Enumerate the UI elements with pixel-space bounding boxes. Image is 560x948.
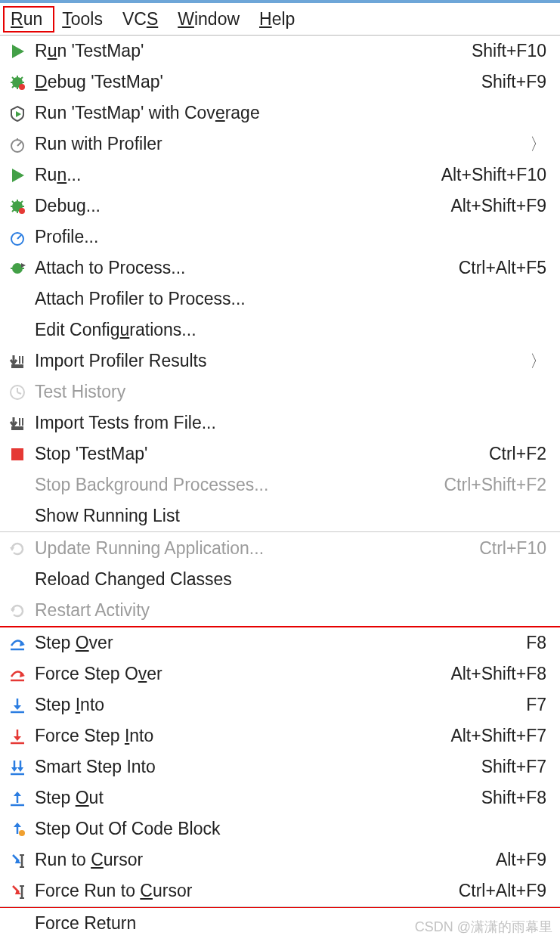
menu-item-shortcut: Alt+F9 bbox=[496, 850, 546, 870]
menu-item-debug-testmap[interactable]: Debug 'TestMap'Shift+F9 bbox=[0, 67, 560, 98]
menu-item-label: Attach Profiler to Process... bbox=[35, 289, 546, 309]
menu-item-label: Run to Cursor bbox=[35, 850, 496, 870]
menu-item-label: Step Into bbox=[35, 695, 526, 715]
run-icon bbox=[0, 167, 35, 184]
menu-item-label: Attach to Process... bbox=[35, 258, 459, 278]
menu-item-shortcut: Alt+Shift+F8 bbox=[450, 664, 546, 684]
menu-item-update-running-application: Update Running Application...Ctrl+F10 bbox=[0, 533, 560, 564]
step-out-block-icon bbox=[0, 821, 35, 838]
menu-item-stop-background-processes: Stop Background Processes...Ctrl+Shift+F… bbox=[0, 469, 560, 500]
menu-item-edit-configurations[interactable]: Edit Configurations... bbox=[0, 314, 560, 345]
menu-item-reload-changed-classes[interactable]: Reload Changed Classes bbox=[0, 564, 560, 595]
app-window: RunToolsVCSWindowHelp Run 'TestMap'Shift… bbox=[0, 0, 560, 939]
menu-item-shortcut: Ctrl+Alt+F9 bbox=[459, 881, 546, 901]
force-step-over-icon bbox=[0, 666, 35, 683]
menu-item-label: Run 'TestMap' with Coverage bbox=[35, 103, 546, 123]
menu-item-force-step-over[interactable]: Force Step OverAlt+Shift+F8 bbox=[0, 658, 560, 689]
menu-item-label: Force Step Over bbox=[35, 664, 450, 684]
menu-item-label: Import Profiler Results bbox=[35, 351, 525, 371]
menu-item-shortcut: Shift+F8 bbox=[481, 788, 546, 808]
menubar-item-tools[interactable]: Tools bbox=[54, 6, 115, 33]
menu-item-label: Step Out Of Code Block bbox=[35, 819, 546, 839]
menubar-item-window[interactable]: Window bbox=[170, 6, 252, 33]
menu-item-smart-step-into[interactable]: Smart Step IntoShift+F7 bbox=[0, 751, 560, 782]
menu-item-label: Stop 'TestMap' bbox=[35, 444, 489, 464]
menu-item-label: Debug 'TestMap' bbox=[35, 72, 481, 92]
menu-item-profile[interactable]: Profile... bbox=[0, 222, 560, 252]
debug-icon bbox=[0, 198, 35, 215]
profiler2-icon bbox=[0, 229, 35, 246]
clock-icon bbox=[0, 384, 35, 401]
refresh-icon bbox=[0, 541, 35, 557]
watermark-text: CSDN @潇潇的雨幕里 bbox=[415, 918, 552, 936]
force-step-into-icon bbox=[0, 728, 35, 745]
menu-item-shortcut: Ctrl+Alt+F5 bbox=[459, 258, 546, 278]
menu-item-label: Run 'TestMap' bbox=[35, 41, 472, 61]
restart-icon bbox=[0, 603, 35, 619]
menu-item-shortcut: Alt+Shift+F9 bbox=[450, 196, 546, 216]
menu-item-debug[interactable]: Debug...Alt+Shift+F9 bbox=[0, 191, 560, 222]
menu-item-stop-testmap[interactable]: Stop 'TestMap'Ctrl+F2 bbox=[0, 438, 560, 469]
menu-item-run-testmap-with-coverage[interactable]: Run 'TestMap' with Coverage bbox=[0, 98, 560, 129]
menu-item-shortcut: F7 bbox=[526, 695, 546, 715]
menu-item-shortcut: Alt+Shift+F7 bbox=[450, 726, 546, 746]
import-icon bbox=[0, 415, 35, 432]
menu-item-run[interactable]: Run...Alt+Shift+F10 bbox=[0, 160, 560, 191]
menubar: RunToolsVCSWindowHelp bbox=[0, 3, 560, 35]
menu-item-shortcut: Alt+Shift+F10 bbox=[441, 165, 546, 185]
menu-item-label: Run... bbox=[35, 165, 441, 185]
menu-item-label: Show Running List bbox=[35, 506, 546, 526]
coverage-icon bbox=[0, 105, 35, 122]
run-menu-dropdown: Run 'TestMap'Shift+F10Debug 'TestMap'Shi… bbox=[0, 35, 560, 939]
menu-item-shortcut: Ctrl+F2 bbox=[489, 444, 546, 464]
menu-item-label: Step Out bbox=[35, 788, 481, 808]
menu-item-label: Force Step Into bbox=[35, 726, 450, 746]
menu-item-restart-activity: Restart Activity bbox=[0, 595, 560, 626]
menu-item-label: Force Run to Cursor bbox=[35, 881, 459, 901]
stop-icon bbox=[0, 446, 35, 463]
menu-item-shortcut: F8 bbox=[526, 633, 546, 653]
menu-item-label: Reload Changed Classes bbox=[35, 569, 546, 590]
debug-icon bbox=[0, 74, 35, 91]
menu-item-force-run-to-cursor[interactable]: Force Run to CursorCtrl+Alt+F9 bbox=[0, 875, 560, 906]
menu-item-attach-to-process[interactable]: Attach to Process...Ctrl+Alt+F5 bbox=[0, 252, 560, 283]
menu-item-step-into[interactable]: Step IntoF7 bbox=[0, 689, 560, 720]
menubar-item-run[interactable]: Run bbox=[3, 6, 54, 33]
menu-item-step-over[interactable]: Step OverF8 bbox=[0, 627, 560, 658]
menu-item-shortcut: Shift+F9 bbox=[481, 72, 546, 92]
run-to-cursor-icon bbox=[0, 852, 35, 869]
menu-item-run-testmap[interactable]: Run 'TestMap'Shift+F10 bbox=[0, 36, 560, 67]
chevron-right-icon: 〉 bbox=[525, 350, 546, 373]
menu-item-shortcut: Ctrl+F10 bbox=[479, 538, 546, 559]
step-out-icon bbox=[0, 790, 35, 807]
menu-item-shortcut: Ctrl+Shift+F2 bbox=[444, 475, 547, 495]
menu-item-show-running-list[interactable]: Show Running List bbox=[0, 500, 560, 531]
menubar-item-help[interactable]: Help bbox=[252, 6, 307, 33]
menu-item-label: Edit Configurations... bbox=[35, 320, 546, 340]
attach-icon bbox=[0, 260, 35, 277]
menu-item-label: Run with Profiler bbox=[35, 134, 525, 154]
menu-item-import-profiler-results[interactable]: Import Profiler Results〉 bbox=[0, 345, 560, 376]
step-over-icon bbox=[0, 635, 35, 652]
menu-item-label: Profile... bbox=[35, 227, 546, 247]
menu-item-label: Debug... bbox=[35, 196, 450, 216]
menu-item-label: Stop Background Processes... bbox=[35, 475, 444, 495]
menu-item-import-tests-from-file[interactable]: Import Tests from File... bbox=[0, 407, 560, 438]
profiler-icon bbox=[0, 136, 35, 153]
highlighted-step-group: Step OverF8Force Step OverAlt+Shift+F8St… bbox=[0, 626, 560, 908]
menu-item-label: Update Running Application... bbox=[35, 538, 479, 559]
menu-item-test-history: Test History bbox=[0, 376, 560, 407]
menu-item-shortcut: Shift+F7 bbox=[481, 757, 546, 777]
menu-item-step-out-of-code-block[interactable]: Step Out Of Code Block bbox=[0, 813, 560, 844]
menu-item-force-step-into[interactable]: Force Step IntoAlt+Shift+F7 bbox=[0, 720, 560, 751]
menu-item-step-out[interactable]: Step OutShift+F8 bbox=[0, 782, 560, 813]
force-run-cursor-icon bbox=[0, 883, 35, 900]
menu-item-run-with-profiler[interactable]: Run with Profiler〉 bbox=[0, 129, 560, 160]
step-into-icon bbox=[0, 697, 35, 714]
menu-item-attach-profiler-to-process[interactable]: Attach Profiler to Process... bbox=[0, 283, 560, 314]
smart-step-into-icon bbox=[0, 759, 35, 776]
menu-item-label: Step Over bbox=[35, 633, 526, 653]
menubar-item-vcs[interactable]: VCS bbox=[115, 6, 170, 33]
menu-item-run-to-cursor[interactable]: Run to CursorAlt+F9 bbox=[0, 844, 560, 875]
menu-item-shortcut: Shift+F10 bbox=[472, 41, 546, 61]
